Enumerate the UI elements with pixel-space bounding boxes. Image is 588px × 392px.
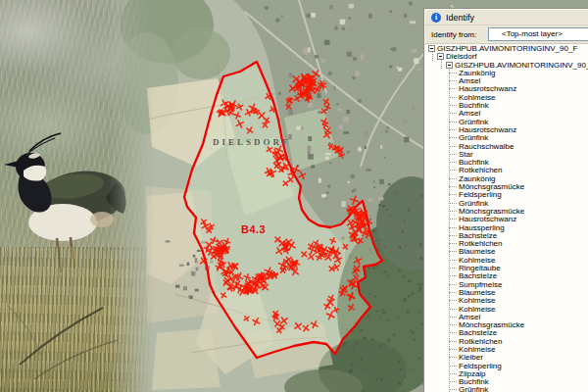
identify-results-tree: GISZHPUB.AVIMONITORINGINV_90_F Dielsdorf… [425,45,588,392]
tree-item-observation[interactable]: Kohlmeise [425,297,588,305]
window-title: Identify [446,13,474,23]
tree-item-observation[interactable]: Rotkehlchen [425,338,588,346]
identify-info-icon: i [431,13,441,23]
screenshot-stage: DIELSDORF B4.3 [0,0,588,392]
tree-item-observation[interactable]: Kohlmeise [425,94,588,102]
tree-item-observation[interactable]: Bachstelze [425,329,588,337]
tree-item-observation[interactable]: Feldsperling [425,191,588,199]
map-place-label: DIELSDORF [213,137,291,147]
tree-item-observation[interactable]: Kohlmeise [425,257,588,265]
tree-item-observation[interactable]: Kleiber [425,354,588,362]
tree-item-observation[interactable]: Rotkehlchen [425,167,588,174]
tree-item-observation[interactable]: Sumpfmeise [425,281,588,289]
identify-title-row: i Identify [425,10,588,25]
identify-window: i Identify Identify from: <Top-most laye… [423,8,588,392]
tree-item-observation[interactable]: Buchfink [425,159,588,167]
tree-item-observation[interactable]: Grünfink [425,386,588,392]
collapse-icon[interactable] [437,53,444,60]
tree-item-observation[interactable]: Hausrotschwanz [425,216,588,223]
foreground-grass [0,247,155,392]
tree-item-observation[interactable]: Bachstelze [425,232,588,240]
layer-selector[interactable]: <Top-most layer> [488,27,588,41]
tree-item-observation[interactable]: Haussperling [425,224,588,232]
collapse-icon[interactable] [428,45,435,52]
tree-item-observation[interactable]: Ringeltaube [425,265,588,272]
bird-beak [4,161,19,168]
tree-item-observation[interactable]: Star [425,151,588,159]
tree-item-observation[interactable]: Feldsperling [425,363,588,370]
tree-item-observation[interactable]: Kohlmeise [425,306,588,314]
tree-item-observation[interactable]: Rauchschwalbe [425,143,588,151]
map-area-label: B4.3 [241,223,266,235]
tree-item-observation[interactable]: Zilpzalp [425,370,588,378]
observation-list: ZaunkönigAmselHausrotschwanzKohlmeiseBuc… [425,70,588,392]
identify-window-header: i Identify Identify from: <Top-most laye… [425,10,588,44]
tree-item-observation[interactable]: Buchfink [425,102,588,110]
identify-from-label: Identify from: [431,30,476,39]
lapwing-photo [0,0,155,392]
tree-item-observation[interactable]: Blaumeise [425,248,588,256]
tree-item-observation[interactable]: Blaumeise [425,289,588,297]
tree-item-observation[interactable]: Buchfink [425,378,588,386]
tree-item-observation[interactable]: Bachstelze [425,272,588,280]
tree-item-observation[interactable]: Hausrotschwanz [425,126,588,134]
tree-item-observation[interactable]: Amsel [425,110,588,118]
tree-item-observation[interactable]: Rotkehlchen [425,240,588,248]
tree-item-observation[interactable]: Mönchsgrasmücke [425,183,588,191]
tree-item-observation[interactable]: Kohlmeise [425,346,588,354]
tree-item-observation[interactable]: Zaunkönig [425,70,588,77]
tree-item-observation[interactable]: Mönchsgrasmücke [425,321,588,329]
layer-selector-value: <Top-most layer> [502,29,563,38]
tree-item-observation[interactable]: Hausrotschwanz [425,85,588,93]
